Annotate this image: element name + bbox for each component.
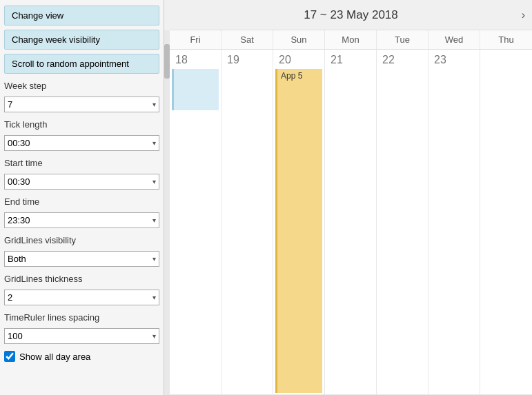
scroll-random-button[interactable]: Scroll to random appointment xyxy=(4,54,159,74)
tick-length-select-wrapper[interactable]: 00:1500:3001:00 ▾ xyxy=(4,135,159,151)
calendar-days-header: Fri Sat Sun Mon Tue Wed Thu xyxy=(170,30,532,50)
start-time-select[interactable]: 00:0000:3001:00 xyxy=(8,176,44,187)
cal-event-faded[interactable] xyxy=(172,69,219,110)
gridlines-visibility-select-wrapper[interactable]: NoneHorizontalVerticalBoth ▾ xyxy=(4,251,159,267)
cal-cell-sun[interactable]: 20 App 5 xyxy=(273,50,325,395)
left-panel: Change view Change week visibility Scrol… xyxy=(0,0,164,395)
gridlines-thickness-select-wrapper[interactable]: 1234 ▾ xyxy=(4,290,159,305)
cal-cell-thu[interactable] xyxy=(480,50,532,395)
week-step-select-wrapper[interactable]: 1234567 ▾ xyxy=(4,97,159,112)
show-all-day-area-label: Show all day area xyxy=(19,352,90,362)
start-time-label: Start time xyxy=(4,158,159,168)
cal-day-num-thu xyxy=(480,50,532,55)
cal-cell-fri[interactable]: 18 xyxy=(170,50,221,395)
show-all-day-area-checkbox[interactable] xyxy=(4,351,15,362)
gridlines-visibility-caret: ▾ xyxy=(152,255,156,263)
end-time-label: End time xyxy=(4,196,159,207)
day-header-wed: Wed xyxy=(428,30,480,49)
cal-day-num-21: 21 xyxy=(325,50,376,68)
tick-length-select[interactable]: 00:1500:3001:00 xyxy=(8,138,44,148)
day-header-thu: Thu xyxy=(480,30,532,49)
timeruler-spacing-caret: ▾ xyxy=(152,332,156,340)
gridlines-visibility-select[interactable]: NoneHorizontalVerticalBoth xyxy=(8,254,62,264)
cal-day-num-23: 23 xyxy=(428,50,480,68)
week-step-caret: ▾ xyxy=(152,101,156,108)
appointment-label: App 5 xyxy=(281,71,302,81)
cal-cell-tue[interactable]: 22 xyxy=(377,50,428,395)
cal-day-num-18: 18 xyxy=(170,50,221,68)
gridlines-visibility-label: GridLines visibility xyxy=(4,235,159,245)
week-step-select[interactable]: 1234567 xyxy=(8,99,27,110)
start-time-caret: ▾ xyxy=(152,178,156,185)
day-header-sat: Sat xyxy=(221,30,273,49)
show-all-day-area-row: Show all day area xyxy=(4,351,159,362)
cal-cell-sat[interactable]: 19 xyxy=(221,50,273,395)
calendar-panel: 17 ~ 23 May 2018 › Fri Sat Sun Mon Tue W… xyxy=(170,0,532,395)
gridlines-thickness-label: GridLines thickness xyxy=(4,274,159,284)
cal-cell-wed[interactable]: 23 xyxy=(428,50,480,395)
change-view-button[interactable]: Change view xyxy=(4,6,159,26)
cal-appointment-app5[interactable]: App 5 xyxy=(275,69,322,393)
timeruler-spacing-label: TimeRuler lines spacing xyxy=(4,312,159,323)
tick-length-label: Tick length xyxy=(4,119,159,130)
cal-cell-mon[interactable]: 21 xyxy=(325,50,377,395)
week-step-label: Week step xyxy=(4,81,159,91)
end-time-caret: ▾ xyxy=(152,216,156,224)
start-time-select-wrapper[interactable]: 00:0000:3001:00 ▾ xyxy=(4,174,159,190)
calendar-title: 17 ~ 23 May 2018 xyxy=(304,8,398,22)
end-time-select[interactable]: 22:0023:0023:30 xyxy=(8,215,44,225)
tick-length-caret: ▾ xyxy=(152,139,156,147)
day-header-mon: Mon xyxy=(325,30,377,49)
day-header-sun: Sun xyxy=(273,30,325,49)
gridlines-thickness-caret: ▾ xyxy=(152,294,156,301)
cal-day-num-22: 22 xyxy=(377,50,428,68)
timeruler-spacing-select[interactable]: 50100150200 xyxy=(8,331,37,341)
scrollbar-thumb[interactable] xyxy=(164,44,170,79)
gridlines-thickness-select[interactable]: 1234 xyxy=(8,292,27,303)
scrollbar-track[interactable] xyxy=(164,30,170,395)
cal-day-num-19: 19 xyxy=(221,50,273,68)
timeruler-spacing-select-wrapper[interactable]: 50100150200 ▾ xyxy=(4,328,159,344)
calendar-body: 18 19 20 App 5 21 22 xyxy=(170,50,532,395)
day-header-fri: Fri xyxy=(170,30,221,49)
end-time-select-wrapper[interactable]: 22:0023:0023:30 ▾ xyxy=(4,212,159,228)
calendar-header: 17 ~ 23 May 2018 › xyxy=(170,0,532,30)
cal-day-num-20: 20 xyxy=(273,50,324,68)
day-header-tue: Tue xyxy=(377,30,428,49)
calendar-next-button[interactable]: › xyxy=(522,9,525,21)
change-week-visibility-button[interactable]: Change week visibility xyxy=(4,30,159,50)
